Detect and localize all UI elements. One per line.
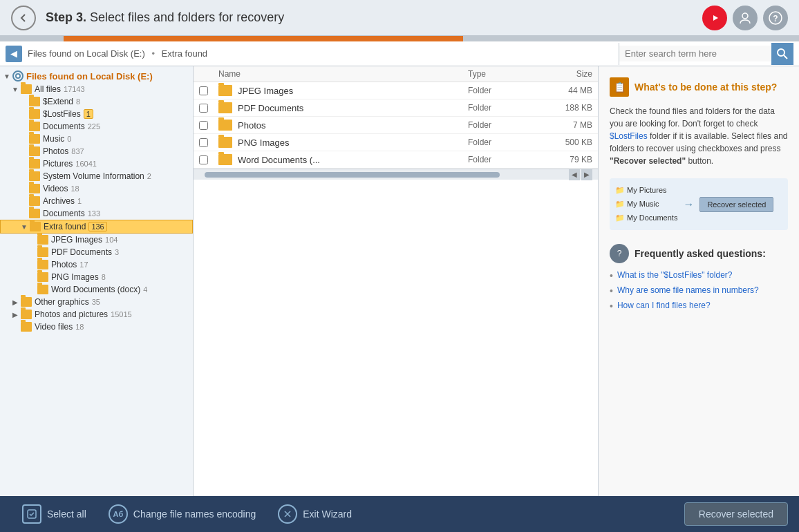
- videofiles-expander: [11, 323, 19, 331]
- tree-item-png[interactable]: PNG Images 8: [0, 271, 193, 283]
- tree-item-videos[interactable]: Videos 18: [0, 182, 193, 195]
- user-button[interactable]: [733, 6, 758, 30]
- svg-point-5: [778, 49, 784, 56]
- tree-item-word[interactable]: Word Documents (docx) 4: [0, 283, 193, 296]
- tree-item-archives[interactable]: Archives 1: [0, 195, 193, 207]
- tree-item-documents2[interactable]: Documents 133: [0, 207, 193, 220]
- folder-icon: [218, 85, 232, 96]
- folder-icon: [21, 84, 32, 94]
- search-input[interactable]: [619, 46, 771, 61]
- search-button[interactable]: [771, 43, 793, 65]
- folder-icon: [37, 272, 48, 282]
- tree-item-lostfiles[interactable]: $LostFiles 1: [0, 108, 193, 120]
- faq-bullet: •: [610, 301, 613, 312]
- tree-count: 3: [115, 248, 119, 256]
- row-size: 188 KB: [537, 103, 592, 113]
- exit-wizard-button[interactable]: Exit Wizard: [267, 499, 363, 529]
- faq-item-2[interactable]: • Why are some file names in numbers?: [610, 285, 788, 296]
- row-checkbox-cell: [199, 121, 218, 130]
- tree-item-pdf[interactable]: PDF Documents 3: [0, 246, 193, 258]
- demo-arrow: →: [683, 198, 694, 211]
- recover-selected-button[interactable]: Recover selected: [684, 502, 788, 526]
- row-checkbox[interactable]: [199, 155, 208, 164]
- lostfiles-link[interactable]: $LostFiles: [610, 131, 648, 141]
- tree-item-photos[interactable]: Photos 837: [0, 145, 193, 158]
- tree-count: 133: [88, 209, 100, 218]
- music-expander: [19, 135, 28, 143]
- faq-icon: ?: [610, 244, 629, 263]
- row-type: Folder: [468, 120, 537, 130]
- tree-count: 16041: [75, 160, 97, 168]
- tree-item-photos2[interactable]: Photos 17: [0, 258, 193, 271]
- row-checkbox[interactable]: [199, 121, 208, 130]
- tree-root[interactable]: ▼ Files found on Local Disk (E:): [0, 69, 193, 83]
- help-button[interactable]: ?: [763, 6, 788, 30]
- scroll-left-arrow[interactable]: ◀: [569, 169, 580, 180]
- tree-label: JPEG Images: [51, 235, 102, 245]
- row-name: PDF Documents: [218, 102, 468, 113]
- horizontal-scrollbar[interactable]: ◀ ▶: [194, 169, 598, 180]
- row-checkbox[interactable]: [199, 104, 208, 113]
- tree-count: 225: [88, 122, 100, 131]
- folder-icon: [37, 247, 48, 257]
- faq-bullet: •: [610, 285, 613, 296]
- root-icon: [12, 70, 24, 82]
- tree-label: Other graphics: [35, 297, 89, 307]
- root-expander: ▼: [3, 72, 11, 80]
- titlebar-icons: ?: [702, 6, 788, 30]
- breadcrumb-path: Files found on Local Disk (E:): [28, 48, 145, 59]
- progress-seg-3: [463, 36, 799, 41]
- tree-root-label: Files found on Local Disk (E:): [26, 71, 153, 82]
- folder-icon: [29, 196, 40, 206]
- tree-item-other-graphics[interactable]: ▶ Other graphics 35: [0, 296, 193, 308]
- tree-item-extend[interactable]: $Extend 8: [0, 95, 193, 108]
- photos2-expander: [28, 260, 36, 269]
- exit-wizard-label: Exit Wizard: [303, 509, 352, 520]
- table-row: PNG Images Folder 500 KB: [194, 134, 598, 151]
- folder-icon: [218, 102, 232, 113]
- row-name: Word Documents (...: [218, 154, 468, 165]
- tree-item-documents[interactable]: Documents 225: [0, 120, 193, 133]
- demo-recover-button[interactable]: Recover selected: [699, 197, 773, 212]
- row-checkbox-cell: [199, 86, 218, 95]
- tree-item-extrafound[interactable]: ▼ Extra found 136: [0, 220, 193, 234]
- titlebar: Step 3. Select files and folders for rec…: [0, 0, 799, 36]
- row-checkbox-cell: [199, 155, 218, 164]
- row-checkbox[interactable]: [199, 86, 208, 95]
- faq-link-3[interactable]: How can I find files here?: [617, 301, 711, 310]
- tree-item-photos-pictures[interactable]: ▶ Photos and pictures 15015: [0, 308, 193, 321]
- back-button[interactable]: [11, 6, 36, 30]
- tree-count: 837: [71, 147, 84, 155]
- file-list-header: Name Type Size: [194, 66, 598, 82]
- word-expander: [28, 285, 36, 294]
- faq-item-3[interactable]: • How can I find files here?: [610, 301, 788, 312]
- breadcrumb-current: Extra found: [162, 48, 208, 59]
- breadcrumb-bar: ◀ Files found on Local Disk (E:) • Extra…: [0, 41, 799, 66]
- row-checkbox[interactable]: [199, 138, 208, 147]
- faq-link-1[interactable]: What is the "$LostFiles" folder?: [617, 270, 733, 280]
- tree-item-video-files[interactable]: Video files 18: [0, 321, 193, 333]
- change-encoding-button[interactable]: Aб Change file names encoding: [97, 499, 267, 529]
- table-row: Word Documents (... Folder 79 KB: [194, 151, 598, 169]
- select-all-button[interactable]: Select all: [11, 499, 97, 529]
- scrollbar-thumb[interactable]: [205, 172, 500, 178]
- tree-count: 18: [75, 323, 84, 331]
- tree-item-music[interactable]: Music 0: [0, 133, 193, 145]
- tree-item-all-files[interactable]: ▼ All files 17143: [0, 83, 193, 95]
- tree-item-pictures[interactable]: Pictures 16041: [0, 158, 193, 170]
- youtube-button[interactable]: [702, 6, 727, 30]
- folder-icon: [21, 310, 32, 319]
- faq-link-2[interactable]: Why are some file names in numbers?: [617, 285, 759, 295]
- folder-icon: [30, 222, 41, 231]
- tree-label: Archives: [43, 196, 75, 206]
- folder-icon: [218, 120, 232, 131]
- tree-count: 17: [79, 260, 88, 269]
- scroll-right-arrow[interactable]: ▶: [581, 169, 592, 180]
- tree-item-sysvolinfo[interactable]: System Volume Information 2: [0, 170, 193, 182]
- breadcrumb-toggle-button[interactable]: ◀: [6, 46, 22, 62]
- extend-expander: [19, 97, 28, 106]
- faq-item-1[interactable]: • What is the "$LostFiles" folder?: [610, 270, 788, 281]
- svg-point-2: [742, 13, 748, 19]
- select-all-icon: [22, 504, 41, 524]
- tree-item-jpeg[interactable]: JPEG Images 104: [0, 234, 193, 246]
